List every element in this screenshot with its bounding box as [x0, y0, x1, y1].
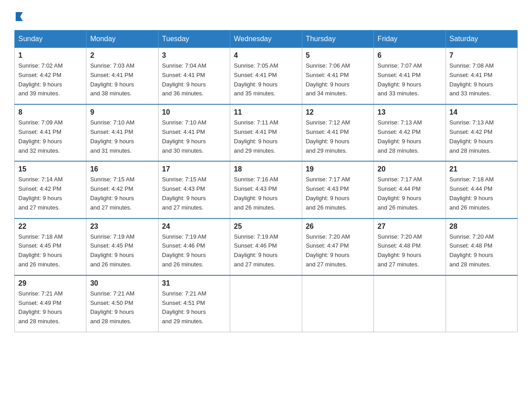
calendar-cell: 2Sunrise: 7:03 AMSunset: 4:41 PMDaylight…	[86, 48, 158, 105]
weekday-header-wednesday: Wednesday	[230, 30, 302, 48]
day-info: Sunrise: 7:13 AMSunset: 4:42 PMDaylight:…	[378, 118, 442, 155]
calendar-cell	[374, 275, 446, 332]
day-number: 28	[450, 223, 514, 231]
weekday-header-sunday: Sunday	[15, 30, 86, 48]
day-number: 8	[18, 108, 82, 116]
day-info: Sunrise: 7:05 AMSunset: 4:41 PMDaylight:…	[234, 61, 298, 98]
calendar-cell: 10Sunrise: 7:10 AMSunset: 4:41 PMDayligh…	[158, 104, 230, 161]
day-info: Sunrise: 7:17 AMSunset: 4:43 PMDaylight:…	[306, 175, 370, 212]
day-number: 6	[378, 51, 442, 60]
day-number: 11	[234, 108, 298, 116]
calendar-cell: 31Sunrise: 7:21 AMSunset: 4:51 PMDayligh…	[158, 275, 230, 332]
calendar-cell: 13Sunrise: 7:13 AMSunset: 4:42 PMDayligh…	[374, 104, 446, 161]
calendar-cell: 8Sunrise: 7:09 AMSunset: 4:41 PMDaylight…	[15, 104, 86, 161]
day-info: Sunrise: 7:14 AMSunset: 4:42 PMDaylight:…	[18, 175, 82, 212]
day-number: 24	[162, 223, 226, 231]
calendar-cell: 29Sunrise: 7:21 AMSunset: 4:49 PMDayligh…	[15, 275, 86, 332]
day-number: 12	[306, 108, 370, 116]
calendar-week-row-5: 29Sunrise: 7:21 AMSunset: 4:49 PMDayligh…	[15, 275, 518, 332]
day-number: 4	[234, 51, 298, 60]
calendar-cell: 11Sunrise: 7:11 AMSunset: 4:41 PMDayligh…	[230, 104, 302, 161]
day-info: Sunrise: 7:03 AMSunset: 4:41 PMDaylight:…	[90, 61, 154, 98]
calendar-cell: 21Sunrise: 7:18 AMSunset: 4:44 PMDayligh…	[446, 161, 517, 218]
day-info: Sunrise: 7:15 AMSunset: 4:43 PMDaylight:…	[162, 175, 226, 212]
calendar-cell: 23Sunrise: 7:19 AMSunset: 4:45 PMDayligh…	[86, 218, 158, 275]
day-number: 19	[306, 165, 370, 173]
day-info: Sunrise: 7:18 AMSunset: 4:44 PMDaylight:…	[450, 175, 514, 212]
day-number: 23	[90, 223, 154, 231]
day-info: Sunrise: 7:15 AMSunset: 4:42 PMDaylight:…	[90, 175, 154, 212]
calendar-cell: 6Sunrise: 7:07 AMSunset: 4:41 PMDaylight…	[374, 48, 446, 105]
svg-marker-0	[16, 12, 23, 21]
calendar-cell: 14Sunrise: 7:13 AMSunset: 4:42 PMDayligh…	[446, 104, 517, 161]
logo-flag-icon	[16, 11, 26, 21]
logo	[14, 11, 26, 21]
day-number: 7	[450, 51, 514, 60]
calendar-cell: 9Sunrise: 7:10 AMSunset: 4:41 PMDaylight…	[86, 104, 158, 161]
day-number: 31	[162, 279, 226, 287]
day-number: 20	[378, 165, 442, 173]
day-number: 21	[450, 165, 514, 173]
weekday-header-friday: Friday	[374, 30, 446, 48]
calendar-cell: 17Sunrise: 7:15 AMSunset: 4:43 PMDayligh…	[158, 161, 230, 218]
day-number: 29	[18, 279, 82, 287]
calendar-cell: 1Sunrise: 7:02 AMSunset: 4:42 PMDaylight…	[15, 48, 86, 105]
day-number: 22	[18, 223, 82, 231]
day-info: Sunrise: 7:12 AMSunset: 4:41 PMDaylight:…	[306, 118, 370, 155]
day-info: Sunrise: 7:19 AMSunset: 4:46 PMDaylight:…	[162, 232, 226, 270]
calendar-cell: 12Sunrise: 7:12 AMSunset: 4:41 PMDayligh…	[302, 104, 373, 161]
calendar-week-row-2: 8Sunrise: 7:09 AMSunset: 4:41 PMDaylight…	[15, 104, 518, 161]
day-info: Sunrise: 7:21 AMSunset: 4:49 PMDaylight:…	[18, 289, 82, 326]
calendar-cell: 24Sunrise: 7:19 AMSunset: 4:46 PMDayligh…	[158, 218, 230, 275]
day-info: Sunrise: 7:20 AMSunset: 4:48 PMDaylight:…	[450, 232, 514, 270]
calendar-cell	[230, 275, 302, 332]
calendar-cell: 28Sunrise: 7:20 AMSunset: 4:48 PMDayligh…	[446, 218, 517, 275]
day-number: 17	[162, 165, 226, 173]
page-header	[14, 11, 518, 21]
day-info: Sunrise: 7:09 AMSunset: 4:41 PMDaylight:…	[18, 118, 82, 155]
weekday-header-tuesday: Tuesday	[158, 30, 230, 48]
weekday-header-thursday: Thursday	[302, 30, 373, 48]
day-number: 15	[18, 165, 82, 173]
day-info: Sunrise: 7:16 AMSunset: 4:43 PMDaylight:…	[234, 175, 298, 212]
day-number: 26	[306, 223, 370, 231]
calendar-cell: 20Sunrise: 7:17 AMSunset: 4:44 PMDayligh…	[374, 161, 446, 218]
day-info: Sunrise: 7:19 AMSunset: 4:45 PMDaylight:…	[90, 232, 154, 270]
calendar-cell: 7Sunrise: 7:08 AMSunset: 4:41 PMDaylight…	[446, 48, 517, 105]
calendar-cell: 19Sunrise: 7:17 AMSunset: 4:43 PMDayligh…	[302, 161, 373, 218]
day-number: 14	[450, 108, 514, 116]
calendar-cell: 3Sunrise: 7:04 AMSunset: 4:41 PMDaylight…	[158, 48, 230, 105]
day-number: 30	[90, 279, 154, 287]
day-info: Sunrise: 7:07 AMSunset: 4:41 PMDaylight:…	[378, 61, 442, 98]
calendar-cell: 25Sunrise: 7:19 AMSunset: 4:46 PMDayligh…	[230, 218, 302, 275]
day-number: 10	[162, 108, 226, 116]
calendar-cell: 5Sunrise: 7:06 AMSunset: 4:41 PMDaylight…	[302, 48, 373, 105]
calendar-cell: 22Sunrise: 7:18 AMSunset: 4:45 PMDayligh…	[15, 218, 86, 275]
weekday-header-monday: Monday	[86, 30, 158, 48]
day-number: 5	[306, 51, 370, 60]
calendar-cell: 15Sunrise: 7:14 AMSunset: 4:42 PMDayligh…	[15, 161, 86, 218]
calendar-table: SundayMondayTuesdayWednesdayThursdayFrid…	[14, 30, 518, 332]
calendar-cell: 30Sunrise: 7:21 AMSunset: 4:50 PMDayligh…	[86, 275, 158, 332]
day-info: Sunrise: 7:13 AMSunset: 4:42 PMDaylight:…	[450, 118, 514, 155]
calendar-cell: 18Sunrise: 7:16 AMSunset: 4:43 PMDayligh…	[230, 161, 302, 218]
day-info: Sunrise: 7:21 AMSunset: 4:50 PMDaylight:…	[90, 289, 154, 326]
calendar-cell	[302, 275, 373, 332]
day-info: Sunrise: 7:06 AMSunset: 4:41 PMDaylight:…	[306, 61, 370, 98]
calendar-week-row-3: 15Sunrise: 7:14 AMSunset: 4:42 PMDayligh…	[15, 161, 518, 218]
calendar-cell: 26Sunrise: 7:20 AMSunset: 4:47 PMDayligh…	[302, 218, 373, 275]
day-info: Sunrise: 7:20 AMSunset: 4:48 PMDaylight:…	[378, 232, 442, 270]
weekday-header-row: SundayMondayTuesdayWednesdayThursdayFrid…	[15, 30, 518, 48]
day-number: 9	[90, 108, 154, 116]
day-info: Sunrise: 7:08 AMSunset: 4:41 PMDaylight:…	[450, 61, 514, 98]
calendar-week-row-4: 22Sunrise: 7:18 AMSunset: 4:45 PMDayligh…	[15, 218, 518, 275]
day-number: 25	[234, 223, 298, 231]
calendar-cell: 27Sunrise: 7:20 AMSunset: 4:48 PMDayligh…	[374, 218, 446, 275]
day-info: Sunrise: 7:04 AMSunset: 4:41 PMDaylight:…	[162, 61, 226, 98]
day-info: Sunrise: 7:10 AMSunset: 4:41 PMDaylight:…	[162, 118, 226, 155]
day-info: Sunrise: 7:02 AMSunset: 4:42 PMDaylight:…	[18, 61, 82, 98]
day-number: 1	[18, 51, 82, 60]
calendar-cell	[446, 275, 517, 332]
calendar-week-row-1: 1Sunrise: 7:02 AMSunset: 4:42 PMDaylight…	[15, 48, 518, 105]
day-info: Sunrise: 7:20 AMSunset: 4:47 PMDaylight:…	[306, 232, 370, 270]
